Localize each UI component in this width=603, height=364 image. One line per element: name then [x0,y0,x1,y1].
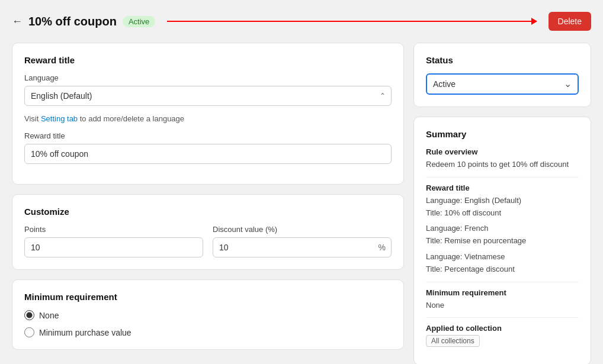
radio-minimum-purchase-label: Minimum purchase value [39,328,131,337]
radio-none[interactable]: None [24,310,392,320]
radio-none-input[interactable] [24,310,34,320]
summary-card-heading: Summary [426,129,579,139]
applied-collection-section: Applied to collection All collections [426,324,579,347]
language-group: Language English (Default) [24,73,392,106]
summary-line-1: Language: English (Default) [426,195,579,207]
summary-line-4: Title: Remise en pourcentage [426,235,579,247]
summary-line-2: Title: 10% off discount [426,207,579,220]
reward-title-input[interactable] [24,144,392,164]
language-select[interactable]: English (Default) [24,86,392,106]
summary-line-5: Language: Vietnamese [426,251,579,263]
discount-group: Discount value (%) % [213,225,392,257]
points-group: Points [24,225,203,257]
reward-title-label: Reward title [24,131,392,140]
minimum-requirement-heading: Minimum requirement [24,292,392,302]
points-label: Points [24,225,203,234]
delete-button[interactable]: Delete [549,12,591,31]
summary-divider-3 [426,317,579,318]
status-card: Status Active Inactive [413,43,591,107]
arrow-decoration [161,21,542,22]
summary-reward-title-section: Reward title Language: English (Default)… [426,183,579,276]
minimum-requirement-options: None Minimum purchase value [24,310,392,337]
status-badge: Active [123,16,155,27]
minimum-requirement-card: Minimum requirement None Minimum purchas… [12,279,404,350]
radio-none-label: None [39,311,59,320]
customize-card: Customize Points Discount value (%) % [12,194,404,270]
customize-card-heading: Customize [24,207,392,217]
summary-card: Summary Rule overview Redeem 10 points t… [413,117,591,364]
minimum-requirement-summary-section: Minimum requirement None [426,288,579,312]
reward-title-card-heading: Reward title [24,55,392,65]
summary-line-6: Title: Percentage discount [426,263,579,276]
reward-title-group: Reward title [24,131,392,164]
minimum-requirement-summary-title: Minimum requirement [426,288,579,297]
page-title: 10% off coupon [28,15,117,28]
minimum-requirement-summary-text: None [426,299,579,312]
customize-fields-row: Points Discount value (%) % [24,225,392,257]
radio-minimum-purchase-input[interactable] [24,327,34,337]
summary-line-3: Language: French [426,223,579,235]
status-card-heading: Status [426,55,579,65]
language-hint: Visit Setting tab to add more/delete a l… [24,114,392,123]
setting-tab-link[interactable]: Setting tab [41,114,78,123]
points-input[interactable] [24,237,203,257]
radio-minimum-purchase[interactable]: Minimum purchase value [24,327,392,337]
summary-divider-1 [426,177,579,178]
reward-title-card: Reward title Language English (Default) … [12,43,404,185]
summary-divider-2 [426,282,579,282]
summary-reward-title-heading: Reward title [426,183,579,192]
discount-input[interactable] [213,237,392,257]
discount-label: Discount value (%) [213,225,392,234]
summary-reward-title-lines: Language: English (Default) Title: 10% o… [426,195,579,276]
status-select[interactable]: Active Inactive [426,73,579,95]
applied-collection-tag: All collections [426,335,480,347]
applied-collection-title: Applied to collection [426,324,579,333]
back-button[interactable]: ← [12,15,23,28]
language-label: Language [24,73,392,82]
rule-overview-title: Rule overview [426,147,579,156]
rule-overview-section: Rule overview Redeem 10 points to get 10… [426,147,579,171]
rule-overview-text: Redeem 10 points to get 10% off discount [426,159,579,171]
